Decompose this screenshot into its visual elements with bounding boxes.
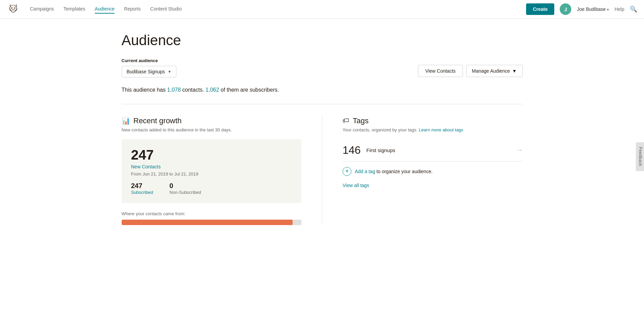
tags-subtitle: Your contacts, organized by your tags. L… xyxy=(343,127,523,132)
page-title: Audience xyxy=(122,32,523,49)
nav-campaigns[interactable]: Campaigns xyxy=(30,5,54,14)
current-audience-label: Current audience xyxy=(122,58,177,63)
create-button[interactable]: Create xyxy=(526,3,555,15)
new-contacts-link[interactable]: New Contacts xyxy=(131,164,292,169)
total-contacts: 1,078 xyxy=(167,87,181,93)
subscribed-label: Subscribed xyxy=(131,190,153,195)
subscribed-stat: 247 Subscribed xyxy=(131,182,153,195)
two-col-layout: 📊 Recent growth New contacts added to th… xyxy=(122,116,523,225)
where-from-label: Where your contacts came from: xyxy=(122,211,302,216)
tag-navigate-icon[interactable]: → xyxy=(517,147,523,154)
tags-section-title: Tags xyxy=(353,116,368,125)
growth-section-header: 📊 Recent growth xyxy=(122,116,302,125)
svg-point-2 xyxy=(10,5,17,11)
svg-point-8 xyxy=(12,10,15,12)
feedback-tab[interactable]: Feedback xyxy=(636,142,644,171)
tag-name: First signups xyxy=(366,147,517,153)
add-tag-link[interactable]: Add a tag xyxy=(355,169,375,174)
growth-card: 247 New Contacts From Jun 21, 2019 to Ju… xyxy=(122,139,302,203)
nav-reports[interactable]: Reports xyxy=(124,5,141,14)
user-dropdown-arrow: ▾ xyxy=(607,7,609,12)
nav-content-studio[interactable]: Content Studio xyxy=(150,5,182,14)
progress-bar-container xyxy=(122,220,302,225)
audience-dropdown[interactable]: Budibase Signups ▼ xyxy=(122,66,177,77)
audience-actions: View Contacts Manage Audience ▼ xyxy=(418,65,522,77)
manage-audience-arrow: ▼ xyxy=(512,68,517,74)
learn-more-tags-link[interactable]: Learn more about tags xyxy=(419,127,463,132)
non-subscribed-stat: 0 Non-Subscribed xyxy=(170,182,201,195)
tag-list: 146 First signups → xyxy=(343,139,523,162)
nav-templates[interactable]: Templates xyxy=(64,5,85,14)
tags-icon: 🏷 xyxy=(343,117,349,125)
main-content: Audience Current audience Budibase Signu… xyxy=(101,19,543,239)
tag-row: 146 First signups → xyxy=(343,139,523,162)
add-tag-text: Add a tag to organize your audience. xyxy=(355,169,433,174)
subscriber-count: 1,062 xyxy=(206,87,219,93)
view-contacts-button[interactable]: View Contacts xyxy=(418,65,463,77)
tags-section-header: 🏷 Tags xyxy=(343,116,523,125)
svg-point-5 xyxy=(12,7,12,8)
nav-right: Create J Joe Budibase ▾ Help 🔍 xyxy=(526,3,637,15)
navbar: Campaigns Templates Audience Reports Con… xyxy=(0,0,644,19)
nav-audience[interactable]: Audience xyxy=(95,5,115,14)
col-right: 🏷 Tags Your contacts, organized by your … xyxy=(322,116,523,225)
non-subscribed-label: Non-Subscribed xyxy=(170,190,201,195)
non-subscribed-count: 0 xyxy=(170,182,201,190)
audience-dropdown-arrow: ▼ xyxy=(168,70,171,74)
help-link[interactable]: Help xyxy=(614,6,624,12)
view-all-tags-link[interactable]: View all tags xyxy=(343,183,369,188)
where-from-section: Where your contacts came from: xyxy=(122,211,302,225)
audience-selector-left: Current audience Budibase Signups ▼ xyxy=(122,58,177,77)
search-icon[interactable]: 🔍 xyxy=(630,5,637,13)
subscribed-count: 247 xyxy=(131,182,153,190)
growth-section-title: Recent growth xyxy=(134,116,182,125)
progress-bar-fill xyxy=(122,220,293,225)
growth-stats: 247 Subscribed 0 Non-Subscribed xyxy=(131,182,292,195)
col-left: 📊 Recent growth New contacts added to th… xyxy=(122,116,302,225)
logo[interactable] xyxy=(7,2,20,16)
user-name[interactable]: Joe Budibase ▾ xyxy=(577,6,609,12)
divider xyxy=(122,104,523,104)
audience-selector-row: Current audience Budibase Signups ▼ View… xyxy=(122,58,523,77)
add-tag-row: + Add a tag to organize your audience. xyxy=(343,162,523,181)
avatar: J xyxy=(560,3,571,15)
contacts-info: This audience has 1,078 contacts. 1,062 … xyxy=(122,86,523,94)
growth-chart-icon: 📊 xyxy=(122,117,130,125)
svg-point-6 xyxy=(14,7,15,8)
growth-subtitle: New contacts added to this audience in t… xyxy=(122,127,302,132)
new-contacts-number: 247 xyxy=(131,147,292,163)
tag-count: 146 xyxy=(343,144,366,156)
manage-audience-button[interactable]: Manage Audience ▼ xyxy=(466,65,523,77)
add-tag-circle-button[interactable]: + xyxy=(343,167,351,176)
growth-date-range: From Jun 21, 2019 to Jul 21, 2019 xyxy=(131,171,292,177)
nav-links: Campaigns Templates Audience Reports Con… xyxy=(30,5,516,14)
audience-name: Budibase Signups xyxy=(127,69,165,74)
